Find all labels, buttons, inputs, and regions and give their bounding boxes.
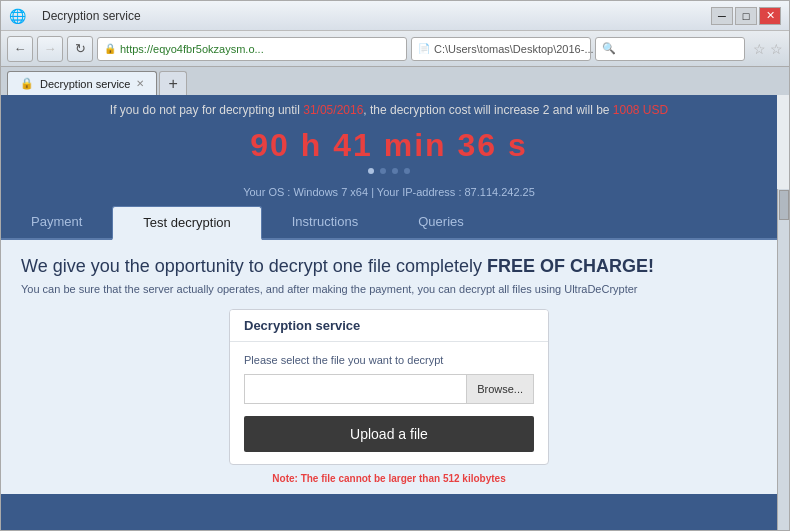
file-input-field[interactable] [245,375,466,403]
content-wrapper: ! If you do not pay for decrypting until… [1,95,789,530]
tab-instructions[interactable]: Instructions [262,206,388,240]
seconds: 36 [457,127,497,163]
search-bar[interactable]: 🔍 [595,37,745,61]
min-label: min [384,127,447,163]
service-box-body: Please select the file you want to decry… [230,342,548,464]
tab-favicon-icon: 🔒 [20,77,34,90]
window-controls: ─ □ ✕ [711,7,781,25]
file-path-text: C:\Users\tomas\Desktop\2016-... [434,43,594,55]
tab-close-icon[interactable]: ✕ [136,78,144,89]
star-icon[interactable]: ☆ [753,41,766,57]
ip-value: 87.114.242.25 [465,186,535,198]
warning-banner: If you do not pay for decrypting until 3… [1,95,777,121]
dot-1 [368,168,374,174]
nav-bar: ← → ↻ 🔒 https://eqyo4fbr5okzaysm.o... 📄 … [1,31,789,67]
free-title-emphasis: FREE OF CHARGE! [487,256,654,276]
browser-title: Decryption service [42,9,141,23]
free-subtitle: You can be sure that the server actually… [21,283,757,295]
reload-button[interactable]: ↻ [67,36,93,62]
tab-queries[interactable]: Queries [388,206,494,240]
dot-3 [392,168,398,174]
address-bar[interactable]: 🔒 https://eqyo4fbr5okzaysm.o... [97,37,407,61]
browser-logo-icon: 🌐 [9,8,26,24]
note-content: The file cannot be larger than 512 kilob… [301,473,506,484]
upload-button[interactable]: Upload a file [244,416,534,452]
title-bar: 🌐 Decryption service ─ □ ✕ [1,1,789,31]
file-icon: 📄 [418,43,430,54]
address-text: https://eqyo4fbr5okzaysm.o... [120,43,264,55]
sysinfo: Your OS : Windows 7 x64 | Your IP-addres… [1,182,777,206]
browser-tab-label: Decryption service [40,78,130,90]
scrollbar-thumb[interactable] [779,190,789,220]
service-box-title: Decryption service [230,310,548,342]
warning-text-prefix: If you do not pay for decrypting until [110,103,303,117]
tab-bar: 🔒 Decryption service ✕ + [1,67,789,95]
warning-text-mid: , the decryption cost will increase [363,103,542,117]
free-title-prefix: We give you the opportunity to decrypt o… [21,256,487,276]
browser-window: 🌐 Decryption service ─ □ ✕ ← → ↻ 🔒 https… [0,0,790,531]
os-value: Windows 7 x64 [293,186,368,198]
close-button[interactable]: ✕ [759,7,781,25]
dot-4 [404,168,410,174]
tab-payment[interactable]: Payment [1,206,112,240]
main-content: We give you the opportunity to decrypt o… [1,240,777,494]
service-box: Decryption service Please select the fil… [229,309,549,465]
new-tab-button[interactable]: + [159,71,186,95]
s-label: s [508,127,528,163]
free-title: We give you the opportunity to decrypt o… [21,256,757,277]
warning-date: 31/05/2016 [303,103,363,117]
file-select-label: Please select the file you want to decry… [244,354,534,366]
browse-button[interactable]: Browse... [466,375,533,403]
bookmark-icon[interactable]: ☆ [770,41,783,57]
warning-text-end: and will be [549,103,612,117]
note-prefix: Note: [272,473,300,484]
forward-button[interactable]: → [37,36,63,62]
hours: 90 [250,127,290,163]
minutes: 41 [333,127,373,163]
ip-label: Your IP-address : [377,186,465,198]
countdown-timer: 90 h 41 min 36 s [1,127,777,164]
tab-test-decryption[interactable]: Test decryption [112,206,261,240]
browser-tab-active[interactable]: 🔒 Decryption service ✕ [7,71,157,95]
sys-separator: | [368,186,377,198]
webpage: ! If you do not pay for decrypting until… [1,95,777,530]
page-tabs: Payment Test decryption Instructions Que… [1,206,777,240]
note-text: Note: The file cannot be larger than 512… [21,473,757,484]
back-button[interactable]: ← [7,36,33,62]
h-label: h [301,127,323,163]
file-input-row: Browse... [244,374,534,404]
search-icon: 🔍 [602,42,616,55]
os-label: Your OS : [243,186,293,198]
dot-2 [380,168,386,174]
title-bar-left: 🌐 Decryption service [9,8,141,24]
maximize-button[interactable]: □ [735,7,757,25]
minimize-button[interactable]: ─ [711,7,733,25]
ssl-lock-icon: 🔒 [104,43,116,54]
warning-price: 1008 USD [613,103,668,117]
countdown-dots [1,164,777,178]
scrollbar[interactable] [777,189,789,530]
countdown: 90 h 41 min 36 s [1,121,777,182]
file-address-bar[interactable]: 📄 C:\Users\tomas\Desktop\2016-... [411,37,591,61]
